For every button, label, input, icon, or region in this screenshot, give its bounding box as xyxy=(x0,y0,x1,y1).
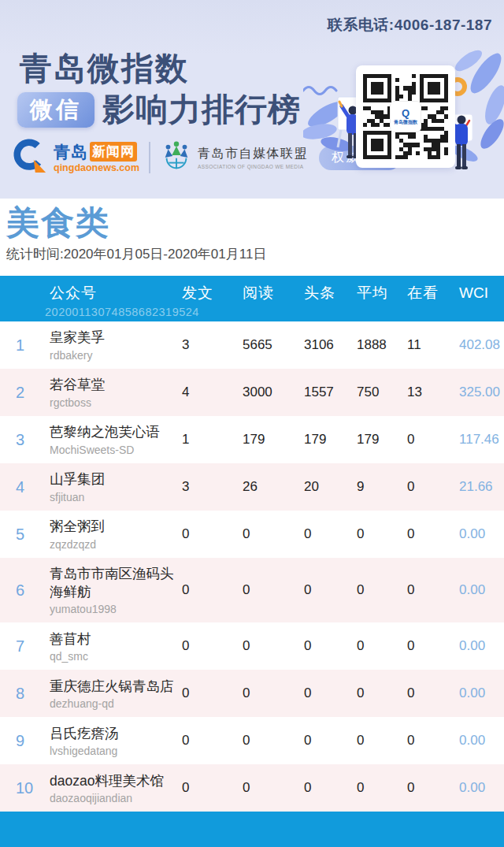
headline-count: 0 xyxy=(304,733,357,749)
reads-count: 0 xyxy=(243,582,304,598)
account-id: MochiSweets-SD xyxy=(50,444,177,456)
posts-count: 4 xyxy=(182,384,243,400)
headline-count: 20 xyxy=(304,479,357,495)
watermark-number: 20200113074858682319524 xyxy=(45,306,199,318)
headline-count: 0 xyxy=(304,685,357,701)
rank-number: 1 xyxy=(0,336,50,355)
header-banner: 联系电话:4006-187-187 青岛微指数 微信 影响力排行榜 青岛 新闻网… xyxy=(0,0,504,199)
account-id: daozaoqijiandian xyxy=(50,792,177,804)
looks-count: 11 xyxy=(407,337,456,353)
reads-count: 5665 xyxy=(243,337,304,353)
table-body: 1 皇家美孚 rdbakery 3 5665 3106 1888 11 402.… xyxy=(0,321,504,812)
headline-count: 0 xyxy=(304,582,357,598)
col-header-posts: 发文 xyxy=(182,283,243,303)
headline-count: 3106 xyxy=(304,337,357,353)
category-section: 美食类 统计时间:2020年01月05日-2020年01月11日 xyxy=(0,199,504,276)
posts-count: 0 xyxy=(182,526,243,542)
wemedia-logo-icon xyxy=(160,138,193,177)
qingdaonews-cn2: 新闻网 xyxy=(90,142,137,162)
looks-count: 0 xyxy=(407,733,456,749)
reads-count: 3000 xyxy=(243,384,304,400)
average-count: 0 xyxy=(357,582,407,598)
table-header: 公众号 发文 阅读 头条 平均 在看 WCI 20200113074858682… xyxy=(0,276,504,321)
average-count: 1888 xyxy=(357,337,407,353)
table-row: 1 皇家美孚 rdbakery 3 5665 3106 1888 11 402.… xyxy=(0,321,504,369)
headline-count: 0 xyxy=(304,780,357,796)
qingdaonews-logo-text: 青岛 新闻网 qingdaonews.com xyxy=(54,142,139,173)
reads-count: 0 xyxy=(243,685,304,701)
average-count: 0 xyxy=(357,733,407,749)
looks-count: 0 xyxy=(407,479,456,495)
account-cell: 青岛市市南区渔码头海鲜舫 yumatou1998 xyxy=(50,565,182,615)
wci-score: 21.66 xyxy=(456,479,504,495)
looks-count: 0 xyxy=(407,582,456,598)
footer-bar xyxy=(0,812,504,847)
account-name: 芭黎纳之泡芙心语 xyxy=(50,423,177,441)
looks-count: 0 xyxy=(407,780,456,796)
account-name: 吕氏疙瘩汤 xyxy=(50,725,177,743)
rank-number: 7 xyxy=(0,637,50,656)
wci-score: 402.08 xyxy=(456,337,504,353)
posts-count: 0 xyxy=(182,733,243,749)
account-id: dezhuang-qd xyxy=(50,697,177,710)
qingdaonews-cn1: 青岛 xyxy=(54,143,88,161)
account-cell: 重庆德庄火锅青岛店 dezhuang-qd xyxy=(50,678,182,710)
looks-count: 0 xyxy=(407,432,456,448)
posts-count: 0 xyxy=(182,685,243,701)
qr-center-text: 青岛微指数 xyxy=(394,119,417,126)
average-count: 0 xyxy=(357,638,407,654)
col-header-reads: 阅读 xyxy=(243,283,304,303)
table-row: 8 重庆德庄火锅青岛店 dezhuang-qd 0 0 0 0 0 0.00 xyxy=(0,670,504,717)
col-header-account: 公众号 xyxy=(50,283,182,303)
stats-period: 统计时间:2020年01月05日-2020年01月11日 xyxy=(6,245,504,263)
account-id: zqzdzqzd xyxy=(50,538,177,551)
col-header-wci: WCI xyxy=(456,284,504,302)
posts-count: 0 xyxy=(182,582,243,598)
rank-number: 4 xyxy=(0,478,50,496)
col-header-looks: 在看 xyxy=(407,283,456,303)
reads-count: 26 xyxy=(243,479,304,495)
table-row: 7 善苜村 qd_smc 0 0 0 0 0 0.00 xyxy=(0,622,504,670)
posts-count: 3 xyxy=(182,479,243,495)
rank-number: 2 xyxy=(0,384,50,402)
wci-score: 0.00 xyxy=(456,685,504,701)
account-cell: 粥全粥到 zqzdzqzd xyxy=(50,518,182,550)
rank-number: 9 xyxy=(0,732,50,750)
account-cell: 山孚集团 sfjituan xyxy=(50,470,182,503)
wci-score: 0.00 xyxy=(456,638,504,654)
rank-number: 6 xyxy=(0,581,50,600)
category-title: 美食类 xyxy=(6,199,504,241)
rank-number: 8 xyxy=(0,685,50,703)
account-id: sfjituan xyxy=(50,491,177,503)
account-name: 山孚集团 xyxy=(50,470,177,489)
looks-count: 0 xyxy=(407,526,456,542)
account-name: 若谷草堂 xyxy=(50,376,177,394)
account-cell: 善苜村 qd_smc xyxy=(50,630,182,663)
headline-count: 0 xyxy=(304,638,357,654)
logo-divider xyxy=(149,142,150,173)
table-row: 2 若谷草堂 rgctboss 4 3000 1557 750 13 325.0… xyxy=(0,369,504,416)
headline-count: 1557 xyxy=(304,384,357,400)
table-row: 5 粥全粥到 zqzdzqzd 0 0 0 0 0 0.00 xyxy=(0,511,504,558)
account-name: daozao料理美术馆 xyxy=(50,772,177,790)
average-count: 0 xyxy=(357,780,407,796)
wci-score: 0.00 xyxy=(456,780,504,796)
col-header-headline: 头条 xyxy=(304,283,357,303)
headline-count: 179 xyxy=(304,432,357,448)
average-count: 750 xyxy=(357,384,407,400)
wci-score: 325.00 xyxy=(456,384,504,400)
reads-count: 0 xyxy=(243,638,304,654)
qr-center-logo: Q 青岛微指数 xyxy=(390,101,421,132)
wemedia-subtitle: ASSOCIATION OF QINGDAO WE MEDIA xyxy=(198,164,308,169)
account-cell: 吕氏疙瘩汤 lvshigedatang xyxy=(50,725,182,757)
account-name: 粥全粥到 xyxy=(50,518,177,536)
account-name: 重庆德庄火锅青岛店 xyxy=(50,678,177,696)
table-row: 9 吕氏疙瘩汤 lvshigedatang 0 0 0 0 0 0.00 xyxy=(0,717,504,764)
rank-number: 3 xyxy=(0,431,50,449)
wci-score: 117.46 xyxy=(456,432,504,448)
table-row: 3 芭黎纳之泡芙心语 MochiSweets-SD 1 179 179 179 … xyxy=(0,416,504,463)
wemedia-name: 青岛市自媒体联盟 xyxy=(198,146,308,162)
wci-score: 0.00 xyxy=(456,582,504,598)
account-id: rgctboss xyxy=(50,396,177,409)
wemedia-logo-text: 青岛市自媒体联盟 ASSOCIATION OF QINGDAO WE MEDIA xyxy=(198,146,308,169)
